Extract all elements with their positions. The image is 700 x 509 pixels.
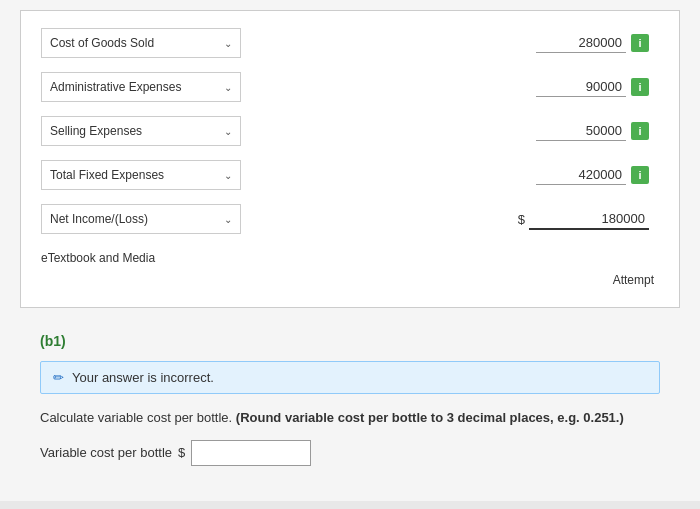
cogs-label-box[interactable]: Cost of Goods Sold ⌄ — [41, 28, 241, 58]
total-fixed-chevron-icon: ⌄ — [224, 170, 232, 181]
instructions-part1: Calculate variable cost per bottle. — [40, 410, 236, 425]
b1-label: (b1) — [40, 333, 660, 349]
form-section: Cost of Goods Sold ⌄ i Administrative Ex… — [20, 10, 680, 308]
selling-input-area: i — [241, 121, 659, 141]
total-fixed-input-area: i — [241, 165, 659, 185]
instructions-bold: (Round variable cost per bottle to 3 dec… — [236, 410, 624, 425]
pencil-icon: ✏ — [53, 370, 64, 385]
net-income-label: Net Income/(Loss) — [50, 212, 148, 226]
admin-row: Administrative Expenses ⌄ i — [41, 70, 659, 104]
cogs-label: Cost of Goods Sold — [50, 36, 154, 50]
selling-label: Selling Expenses — [50, 124, 142, 138]
total-fixed-info-badge[interactable]: i — [631, 166, 649, 184]
variable-cost-input[interactable] — [191, 440, 311, 466]
cogs-row: Cost of Goods Sold ⌄ i — [41, 26, 659, 60]
main-container: Cost of Goods Sold ⌄ i Administrative Ex… — [0, 0, 700, 501]
admin-label: Administrative Expenses — [50, 80, 181, 94]
admin-input-area: i — [241, 77, 659, 97]
cogs-input[interactable] — [536, 33, 626, 53]
attempt-text: Attempt — [613, 273, 654, 287]
selling-row: Selling Expenses ⌄ i — [41, 114, 659, 148]
total-fixed-label: Total Fixed Expenses — [50, 168, 164, 182]
instructions: Calculate variable cost per bottle. (Rou… — [40, 408, 660, 428]
total-fixed-input[interactable] — [536, 165, 626, 185]
cogs-info-badge[interactable]: i — [631, 34, 649, 52]
attempt-area: Attempt — [41, 273, 659, 287]
net-income-input-area: $ — [241, 209, 659, 230]
admin-info-badge[interactable]: i — [631, 78, 649, 96]
incorrect-message: Your answer is incorrect. — [72, 370, 214, 385]
admin-input[interactable] — [536, 77, 626, 97]
cogs-input-area: i — [241, 33, 659, 53]
net-income-row: Net Income/(Loss) ⌄ $ — [41, 202, 659, 236]
admin-label-box[interactable]: Administrative Expenses ⌄ — [41, 72, 241, 102]
selling-label-box[interactable]: Selling Expenses ⌄ — [41, 116, 241, 146]
selling-input[interactable] — [536, 121, 626, 141]
total-fixed-label-box[interactable]: Total Fixed Expenses ⌄ — [41, 160, 241, 190]
section-b1: (b1) ✏ Your answer is incorrect. Calcula… — [20, 318, 680, 481]
net-income-chevron-icon: ⌄ — [224, 214, 232, 225]
net-income-label-box[interactable]: Net Income/(Loss) ⌄ — [41, 204, 241, 234]
net-income-input[interactable] — [529, 209, 649, 230]
selling-info-badge[interactable]: i — [631, 122, 649, 140]
variable-cost-label: Variable cost per bottle — [40, 445, 172, 460]
incorrect-banner: ✏ Your answer is incorrect. — [40, 361, 660, 394]
admin-chevron-icon: ⌄ — [224, 82, 232, 93]
net-income-dollar-sign: $ — [518, 212, 525, 227]
cogs-chevron-icon: ⌄ — [224, 38, 232, 49]
total-fixed-row: Total Fixed Expenses ⌄ i — [41, 158, 659, 192]
variable-cost-row: Variable cost per bottle $ — [40, 440, 660, 466]
etextbook-label[interactable]: eTextbook and Media — [41, 246, 659, 265]
selling-chevron-icon: ⌄ — [224, 126, 232, 137]
variable-dollar-sign: $ — [178, 445, 185, 460]
